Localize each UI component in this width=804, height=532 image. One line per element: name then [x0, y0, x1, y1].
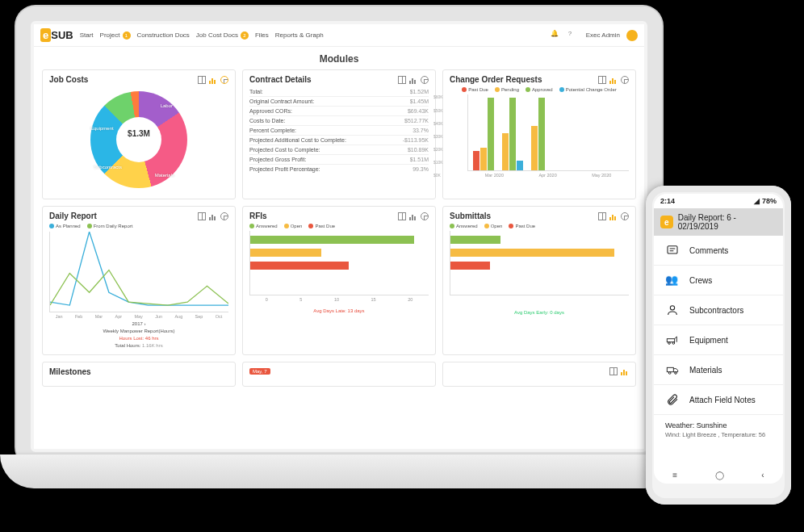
help-icon[interactable]: ? [568, 30, 580, 41]
nav-reports-graph[interactable]: Reports & Graph [275, 31, 324, 39]
phone-item-comments[interactable]: Comments [654, 236, 783, 266]
rfi-legend: Answered Open Past Due [249, 224, 429, 228]
co-bar-chart [467, 94, 629, 171]
pie-view-icon[interactable] [621, 212, 629, 220]
card-job-costs: Job Costs $1.3M Labor Materials Subcontr… [42, 69, 236, 199]
table-view-icon[interactable] [398, 76, 406, 84]
phone-item-subcontractors[interactable]: Subcontractors [654, 295, 783, 325]
nav-start[interactable]: Start [80, 31, 94, 39]
total-hours-value: 1.16K hrs [142, 343, 163, 348]
kv-value: $512.77K [404, 118, 429, 124]
kv-value: $1.45M [410, 98, 429, 104]
daily-report-title: Daily Report [49, 212, 97, 220]
kv-label: Total: [249, 89, 263, 94]
phone-header-title: Daily Report: 6 - 02/19/2019 [678, 213, 777, 231]
dr-year: 2017 › [49, 321, 228, 326]
bar-view-icon[interactable] [609, 76, 618, 84]
slice-subcontracts: Subcontracts [94, 165, 122, 170]
app-logo: eSUB [40, 29, 73, 41]
avatar-icon[interactable] [626, 30, 638, 41]
bar-view-icon[interactable] [409, 212, 417, 220]
laptop-base [0, 455, 678, 488]
table-view-icon[interactable] [398, 212, 406, 220]
phone-weather: Weather: Sunshine Wind: Light Breeze , T… [654, 415, 783, 438]
phone-app-logo-icon: e [660, 216, 673, 228]
app-screen: eSUB Start Project1 Construction Docs Jo… [34, 24, 644, 449]
nav-job-cost-docs[interactable]: Job Cost Docs2 [196, 31, 249, 40]
svg-point-3 [670, 306, 674, 310]
phone-item-label: Equipment [689, 336, 728, 345]
rfi-footer: Avg Days Late: 13 days [249, 308, 429, 313]
sub-footer: Avg Days Early: 0 days [450, 310, 629, 315]
page-title: Modules [34, 53, 644, 65]
card-cutoff-2: May, 7 [242, 362, 436, 387]
table-view-icon[interactable] [598, 76, 606, 84]
paperclip-icon [665, 393, 680, 406]
table-view-icon[interactable] [609, 367, 618, 375]
phone-item-label: Attach Field Notes [689, 396, 756, 404]
manpower-line-chart [49, 232, 228, 312]
phone-item-crews[interactable]: 👥 Crews [654, 266, 783, 295]
bar-view-icon[interactable] [609, 212, 618, 220]
pie-view-icon[interactable] [621, 76, 629, 84]
pie-view-icon[interactable] [421, 76, 429, 84]
card-submittals: Submittals Answered Open Past Due [442, 206, 636, 355]
bar-view-icon[interactable] [209, 212, 217, 220]
phone-item-attach[interactable]: Attach Field Notes [654, 385, 783, 415]
table-view-icon[interactable] [198, 76, 206, 84]
phone-item-equipment[interactable]: Equipment [654, 325, 783, 355]
dr-legend: As Planned From Daily Report [49, 224, 228, 228]
weather-sub: Wind: Light Breeze , Temperature: 56 [665, 431, 772, 438]
phone-home-icon[interactable]: ◯ [715, 471, 724, 480]
truck-icon [665, 363, 680, 376]
rfi-x-axis: 05101520 [249, 297, 429, 302]
pie-view-icon[interactable] [220, 76, 228, 84]
phone-screen: 2:14 ◢ 78% e Daily Report: 6 - 02/19/201… [654, 194, 783, 484]
slice-materials: Materials [155, 173, 174, 178]
kv-label: Projected Gross Profit: [249, 157, 306, 162]
milestones-title: Milestones [49, 367, 91, 376]
bar-view-icon[interactable] [621, 367, 629, 375]
kv-label: Projected Additional Cost to Complete: [249, 137, 346, 143]
job-costs-donut: $1.3M Labor Materials Subcontracts Equip… [82, 87, 195, 192]
phone-item-label: Comments [689, 246, 728, 255]
comment-icon [665, 244, 680, 257]
nav-construction-docs[interactable]: Construction Docs [137, 31, 190, 39]
bar-view-icon[interactable] [209, 76, 217, 84]
kv-value: $1.52M [410, 89, 429, 94]
card-rfis: RFIs Answered Open Past Due [242, 206, 436, 355]
submittals-title: Submittals [450, 212, 491, 220]
modules-grid: Job Costs $1.3M Labor Materials Subcontr… [34, 69, 644, 387]
notifications-icon[interactable]: 🔔 [551, 30, 562, 41]
svg-point-8 [668, 372, 671, 375]
crews-icon: 👥 [665, 274, 680, 287]
table-view-icon[interactable] [598, 212, 606, 220]
pie-view-icon[interactable] [220, 212, 228, 220]
phone-back-icon[interactable]: ‹ [761, 471, 764, 480]
equipment-icon [665, 333, 680, 346]
kv-label: Percent Complete: [249, 128, 296, 133]
svg-rect-4 [667, 339, 674, 342]
kv-value: 99.3% [412, 166, 429, 172]
slice-equipment: Equipment [90, 126, 114, 131]
job-costs-title: Job Costs [49, 75, 88, 84]
kv-label: Costs to Date: [249, 118, 285, 124]
pie-view-icon[interactable] [421, 212, 429, 220]
phone-recent-icon[interactable]: ≡ [672, 471, 677, 480]
dr-caption: Weekly Manpower Report(Hours) [49, 329, 228, 333]
nav-project[interactable]: Project1 [100, 31, 131, 40]
phone-header: e Daily Report: 6 - 02/19/2019 [654, 208, 783, 236]
rfi-bar-chart [249, 231, 429, 295]
phone-item-label: Crews [689, 276, 712, 285]
weather-label: Weather: Sunshine [665, 421, 772, 429]
nav-files[interactable]: Files [255, 31, 269, 39]
phone-item-materials[interactable]: Materials [654, 355, 783, 385]
svg-rect-0 [668, 246, 677, 253]
jobcost-badge: 2 [241, 31, 249, 40]
phone-nav-buttons: ≡ ◯ ‹ [654, 466, 783, 484]
table-view-icon[interactable] [198, 212, 206, 220]
person-icon [665, 304, 680, 316]
bar-view-icon[interactable] [409, 76, 417, 84]
card-daily-report: Daily Report As Planned From Daily Repor… [42, 206, 236, 355]
dr-x-axis: JanFebMarAprMayJunAugSepOct [49, 314, 228, 319]
